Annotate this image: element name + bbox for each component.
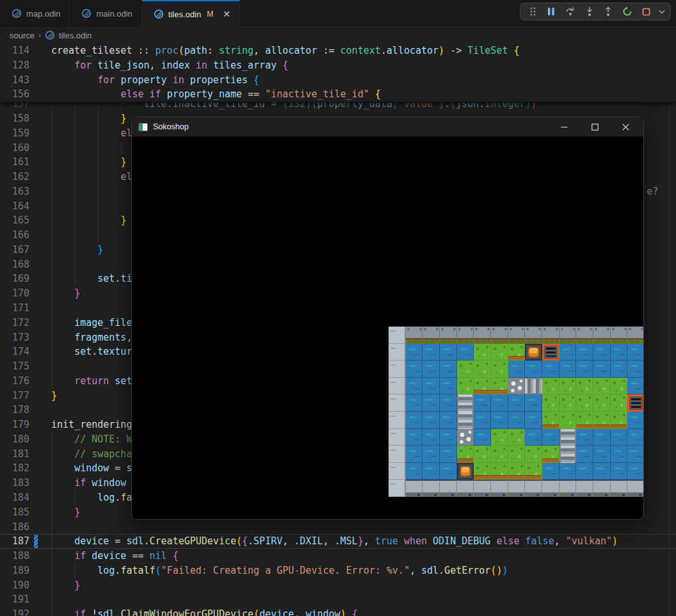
debug-toolbar (520, 3, 671, 20)
line-number[interactable]: 179 (0, 417, 29, 432)
line-number[interactable]: 181 (0, 447, 29, 462)
gutter (29, 549, 51, 563)
sticky-code-line[interactable]: 156 else if property_name == "inactive_t… (0, 87, 676, 102)
tile-water (508, 394, 526, 412)
line-number[interactable]: 188 (0, 549, 29, 563)
line-number[interactable]: 114 (0, 44, 29, 58)
line-number[interactable]: 172 (0, 316, 29, 330)
tile-grass (542, 378, 559, 395)
sticky-scroll: 114create_tileset :: proc(path: string, … (0, 44, 676, 102)
tab-main-odin[interactable]: main.odin (70, 0, 141, 27)
code-line[interactable]: 186 (0, 520, 676, 535)
line-number[interactable]: 166 (0, 228, 29, 243)
minimize-button[interactable] (551, 118, 577, 135)
stop-button[interactable] (638, 4, 655, 19)
step-over-button[interactable] (562, 4, 579, 19)
sticky-code-line[interactable]: 114create_tileset :: proc(path: string, … (0, 44, 676, 58)
gutter (29, 476, 51, 490)
line-number[interactable]: 161 (0, 155, 29, 170)
line-number[interactable]: 159 (0, 126, 29, 141)
line-number[interactable]: 170 (0, 286, 29, 301)
tile-platform-grass-edge (611, 327, 628, 344)
tile-water (406, 412, 423, 429)
line-number[interactable]: 174 (0, 344, 29, 359)
tile-grass (576, 378, 593, 395)
line-number[interactable]: 167 (0, 243, 29, 257)
line-number[interactable]: 176 (0, 374, 29, 389)
code-line[interactable]: 187 device = sdl.CreateGPUDevice({.SPIRV… (0, 534, 676, 549)
code-line[interactable]: 190 } (0, 578, 676, 593)
line-number[interactable]: 184 (0, 490, 29, 505)
chevron-down-icon[interactable] (657, 4, 666, 19)
pause-button[interactable] (543, 4, 560, 19)
line-number[interactable]: 165 (0, 213, 29, 228)
code-line[interactable]: 188 if device == nil { (0, 549, 676, 563)
line-number[interactable]: 158 (0, 111, 29, 126)
step-into-button[interactable] (581, 4, 598, 19)
breadcrumb-separator-icon: › (38, 31, 41, 40)
tile-platform-bottom (611, 480, 628, 497)
tile-water (576, 429, 593, 446)
indent-guide (121, 141, 122, 156)
code-text: else if property_name == "inactive_tile_… (51, 87, 676, 102)
indent-guide (75, 102, 76, 111)
code-line[interactable]: 192 if !sdl.ClaimWindowForGPUDevice(devi… (0, 607, 676, 616)
close-button[interactable] (613, 118, 638, 135)
tile-grate (542, 344, 559, 361)
line-number[interactable]: 162 (0, 170, 29, 184)
tile-button-plate (525, 344, 542, 361)
breadcrumb-folder[interactable]: source (10, 31, 35, 40)
line-number[interactable]: 160 (0, 141, 29, 156)
line-number[interactable]: 169 (0, 272, 29, 286)
line-number[interactable]: 143 (0, 73, 29, 88)
tile-grass (542, 394, 559, 412)
indent-guide (52, 447, 52, 462)
code-text: device = sdl.CreateGPUDevice({.SPIRV, .D… (51, 534, 676, 549)
tile-grass (508, 344, 526, 361)
indent-guide (75, 257, 76, 272)
line-number[interactable]: 190 (0, 578, 29, 593)
tile-platform-bottom (457, 480, 474, 497)
line-number[interactable]: 182 (0, 461, 29, 476)
game-window-titlebar[interactable]: Sokoshop (132, 117, 643, 136)
line-number[interactable]: 191 (0, 592, 29, 607)
line-number[interactable]: 163 (0, 184, 29, 199)
line-number[interactable]: 186 (0, 520, 29, 535)
code-line[interactable]: 191 (0, 592, 676, 607)
line-number[interactable]: 187 (0, 534, 29, 549)
line-number[interactable]: 178 (0, 403, 29, 417)
tab-map-odin[interactable]: map.odin (0, 0, 70, 27)
step-out-button[interactable] (600, 4, 617, 19)
code-line[interactable]: 189 log.fatalf("Failed: Creating a GPU-D… (0, 563, 676, 578)
gutter (29, 505, 51, 520)
line-number[interactable]: 171 (0, 301, 29, 316)
line-number[interactable]: 183 (0, 476, 29, 490)
game-window-title: Sokoshop (153, 122, 546, 131)
line-number[interactable]: 192 (0, 607, 29, 616)
grip-handle-icon[interactable] (524, 4, 541, 19)
line-number[interactable]: 185 (0, 505, 29, 520)
sticky-code-line[interactable]: 143 for property in properties { (0, 73, 676, 88)
tile-water (627, 361, 644, 378)
line-number[interactable]: 173 (0, 330, 29, 345)
breadcrumb-file[interactable]: tiles.odin (59, 31, 92, 40)
close-tab-icon[interactable]: ✕ (223, 10, 230, 19)
line-number[interactable]: 175 (0, 359, 29, 374)
line-number[interactable]: 189 (0, 563, 29, 578)
tile-water (525, 394, 542, 412)
maximize-button[interactable] (582, 118, 608, 135)
line-number[interactable]: 128 (0, 58, 29, 73)
line-number[interactable]: 168 (0, 257, 29, 272)
tab-tiles-odin[interactable]: tiles.odin M ✕ (142, 0, 240, 27)
indent-guide (52, 520, 52, 535)
line-number[interactable]: 180 (0, 432, 29, 447)
sticky-code-line[interactable]: 128 for tile_json, index in tiles_array … (0, 58, 676, 73)
line-number[interactable]: 156 (0, 87, 29, 102)
line-number[interactable]: 164 (0, 199, 29, 214)
restart-button[interactable] (619, 4, 636, 19)
line-number[interactable]: 157 (0, 102, 29, 106)
gutter (29, 286, 51, 301)
line-number[interactable]: 177 (0, 389, 29, 403)
indent-guide (52, 141, 52, 156)
code-line[interactable]: 157 tile.inactive_tile_id = (i32)(proper… (0, 102, 676, 111)
